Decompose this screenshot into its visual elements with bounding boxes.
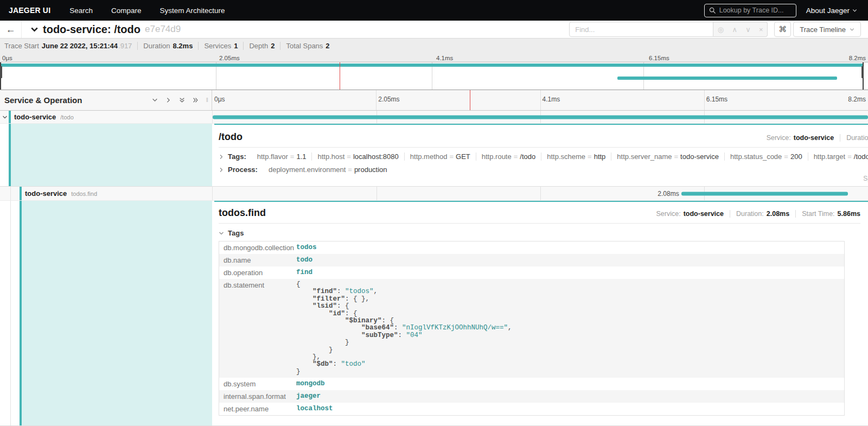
trace-summary: Trace Start June 22 2022, 15:21:44.917 D… [0, 39, 868, 53]
summary-depth: Depth 2 [243, 42, 280, 50]
table-row: net.peer.namelocalhost [219, 403, 844, 415]
chevron-down-icon [219, 231, 224, 236]
timeline-header: Service & Operation ‖ 0μs 2.05ms 4.1ms 6… [0, 90, 868, 111]
trace-title-bar: ← todo-service: /todo e7e74d9 ◎ ∧ ∨ × ⌘ … [0, 21, 868, 39]
scrubber-handle-left[interactable] [0, 62, 1, 90]
tag-pill: http.server_name=todo-service [611, 152, 724, 161]
clear-find-icon[interactable]: × [759, 26, 763, 34]
span-duration-label: 2.08ms [658, 190, 679, 198]
find-input[interactable] [569, 22, 713, 37]
span-detail-meta: Service:todo-service Duration:2.08ms Sta… [650, 210, 860, 218]
tag-pill: deployment.environment=production [263, 166, 393, 174]
minimap-tick-labels: 0μs 2.05ms 4.1ms 6.15ms 8.2ms [0, 53, 868, 62]
span-service-name: todo-service [14, 113, 56, 121]
timeline-gridline [704, 90, 705, 110]
collapse-all-icon[interactable] [179, 97, 185, 103]
chevron-right-icon [219, 154, 224, 160]
chevron-down-icon [850, 27, 854, 32]
trace-id-lookup-input[interactable]: Lookup by Trace ID... [704, 4, 796, 17]
span-detail-title: todos.find [219, 207, 266, 219]
collapse-children-chevron-down-icon[interactable] [2, 115, 8, 120]
timeline-cursor-line [470, 90, 470, 110]
expand-all-icon[interactable] [193, 97, 199, 103]
span-color-accent [20, 187, 22, 200]
minimap-span-bar-todos-find [617, 77, 837, 80]
tags-key-value-table: db.mongodb.collectiontodos db.nametodo d… [219, 241, 845, 416]
collapse-one-level-icon[interactable] [152, 97, 158, 103]
span-row-todo[interactable]: todo-service /todo [0, 111, 868, 124]
tag-pill: http.scheme=http [541, 152, 611, 161]
process-accordion[interactable]: Process: deployment.environment=producti… [219, 166, 868, 174]
span-row-todos-find[interactable]: todo-service todos.find 2.08ms [0, 187, 868, 201]
minimap-span-bar-todo [0, 63, 864, 67]
span-detail-title: /todo [219, 131, 242, 143]
process-pills: deployment.environment=production [263, 166, 393, 174]
lookup-placeholder: Lookup by Trace ID... [719, 7, 784, 14]
chevron-down-icon [852, 8, 857, 13]
table-row: db.operationfind [219, 266, 844, 279]
collapse-trace-chevron-down-icon[interactable] [30, 26, 39, 34]
table-row: db.mongodb.collectiontodos [219, 241, 844, 254]
service-operation-header: Service & Operation [4, 96, 82, 105]
focus-match-icon[interactable]: ◎ [718, 26, 724, 34]
timeline-gridline [540, 90, 541, 110]
summary-duration: Duration 8.2ms [137, 42, 198, 50]
tag-pill: http.method=GET [404, 152, 476, 161]
table-row: internal.span.formatjaeger [219, 390, 844, 403]
tags-accordion[interactable]: Tags: http.flavor=1.1 http.host=localhos… [219, 152, 868, 161]
top-nav: JAEGER UI Search Compare System Architec… [0, 0, 868, 21]
tag-pills: http.flavor=1.1 http.host=localhost:8080… [252, 152, 868, 161]
prev-match-icon[interactable]: ∧ [732, 26, 737, 34]
scrubber-handle-right[interactable] [863, 62, 864, 90]
span-operation-name: todos.find [71, 190, 97, 197]
span-id: SpanID: db046b8efc5b7452 [863, 175, 868, 182]
span-detail-todo: /todo Service:todo-service Duration:8.2m… [0, 124, 868, 187]
expand-one-level-icon[interactable] [165, 97, 171, 103]
span-color-accent [9, 111, 11, 123]
trace-view-selector[interactable]: Trace Timeline [793, 22, 861, 37]
trace-minimap[interactable] [0, 62, 868, 90]
span-rows: todo-service /todo /todo Service:todo-se… [0, 111, 868, 426]
trace-summary-strip: Trace Start June 22 2022, 15:21:44.917 D… [0, 39, 868, 62]
back-button[interactable]: ← [0, 21, 22, 38]
column-resizer[interactable]: ‖ [206, 97, 208, 103]
minimap-cursor-line [340, 62, 340, 90]
span-duration-bar-todo[interactable] [213, 115, 868, 119]
keyboard-shortcuts-button[interactable]: ⌘ [774, 22, 791, 37]
tag-pill: http.status_code=200 [724, 152, 808, 161]
tag-pill: http.target=/todo [808, 152, 868, 161]
trace-title: todo-service: /todo [43, 23, 141, 36]
find-controls: ◎ ∧ ∨ × [713, 22, 768, 37]
span-operation-name: /todo [60, 114, 73, 120]
table-row-db-statement: db.statement{ "find": "todos", "filter":… [219, 279, 844, 378]
next-match-icon[interactable]: ∨ [745, 26, 751, 34]
search-icon [709, 7, 716, 14]
nav-item-search[interactable]: Search [60, 7, 102, 15]
nav-item-compare[interactable]: Compare [102, 7, 151, 15]
tags-section-header[interactable]: Tags [219, 229, 860, 237]
chevron-right-icon [219, 167, 224, 173]
jaeger-logo[interactable]: JAEGER UI [0, 6, 60, 15]
db-statement-json: { "find": "todos", "filter": { }, "lsid"… [296, 281, 512, 376]
summary-total-spans: Total Spans 2 [280, 42, 335, 50]
about-jaeger-menu[interactable]: About Jaeger [806, 7, 857, 15]
summary-services: Services 1 [198, 42, 243, 50]
table-row: db.nametodo [219, 254, 844, 266]
nav-item-system-architecture[interactable]: System Architecture [151, 7, 234, 15]
span-duration-bar-todos-find[interactable]: 2.08ms [681, 192, 848, 195]
span-detail-meta: Service:todo-service Duration:8.2ms Star… [761, 134, 868, 142]
timeline-gridline [376, 90, 376, 110]
tag-pill: http.host=localhost:8080 [311, 152, 404, 161]
table-row: db.systemmongodb [219, 378, 844, 390]
tag-pill: http.route=/todo [476, 152, 541, 161]
span-detail-todos-find: todos.find Service:todo-service Duration… [0, 201, 868, 426]
tag-pill: http.flavor=1.1 [252, 152, 312, 161]
span-service-name: todo-service [25, 189, 67, 198]
summary-trace-start: Trace Start June 22 2022, 15:21:44.917 [4, 42, 137, 50]
trace-id: e7e74d9 [145, 24, 181, 35]
